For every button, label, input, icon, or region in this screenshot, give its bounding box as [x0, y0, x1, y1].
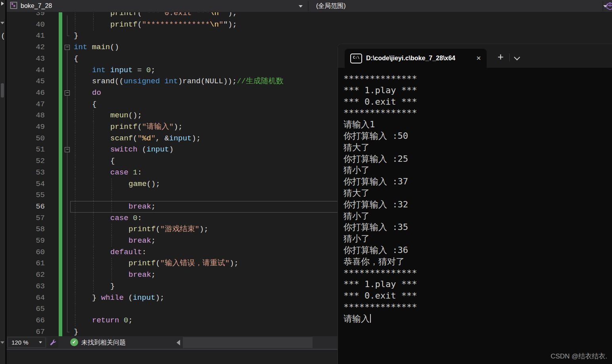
indent-guide	[75, 133, 75, 144]
code-text: break;	[129, 235, 155, 247]
terminal-line: **************	[343, 107, 612, 119]
terminal-line: *** 0.exit ***	[343, 290, 612, 302]
line-number: 66	[14, 315, 45, 326]
indent-guide	[93, 110, 94, 121]
line-number: 46	[14, 87, 45, 99]
indent-guide	[75, 65, 75, 76]
code-text: printf("*** 0.exit ***\n"");	[110, 12, 237, 19]
indent-guide	[111, 258, 112, 269]
left-panel-sliver: (	[0, 0, 5, 364]
code-text: scanf("%d", &input);	[110, 133, 201, 144]
code-text: case 1:	[110, 167, 142, 178]
line-number: 58	[14, 224, 45, 235]
code-text: }	[110, 281, 115, 292]
code-cleanup-button[interactable]	[47, 337, 58, 348]
terminal-line: 猜小了	[343, 211, 612, 222]
terminal-line: 猜大了	[343, 188, 612, 199]
code-text: return 0;	[92, 315, 133, 326]
line-number: 52	[14, 155, 45, 167]
indent-guide	[93, 247, 94, 258]
line-number: 60	[14, 247, 45, 258]
indent-guide	[93, 133, 94, 144]
sliver-scrollbar-thumb[interactable]	[1, 83, 4, 98]
code-text: do	[92, 87, 101, 99]
tab-dropdown-chevron-icon[interactable]	[514, 54, 520, 61]
navbar-divider	[602, 1, 603, 11]
terminal-line: 你打算输入 :32	[343, 199, 612, 211]
code-text: switch (input)	[110, 144, 174, 155]
indent-guide	[75, 224, 75, 235]
project-dropdown[interactable]: boke_7_28	[8, 0, 307, 12]
sliver-dropdown-caret-icon	[0, 22, 4, 24]
terminal-line: *** 1.play ***	[343, 85, 612, 96]
indent-guide	[75, 121, 75, 133]
member-cube-icon[interactable]	[605, 2, 612, 12]
project-dropdown-caret-icon	[299, 5, 303, 8]
indent-guide	[93, 190, 94, 201]
terminal-tab-bar: C:\ D:\code\jieyi.c\boke_7_28\x64 ✕ +	[338, 44, 612, 68]
code-text: int main()	[74, 42, 119, 53]
scope-dropdown[interactable]: (全局范围)	[311, 0, 611, 12]
line-number: 44	[14, 65, 45, 76]
line-number: 55	[14, 190, 45, 201]
line-number: 63	[14, 281, 45, 292]
hscrollbar-thumb[interactable]	[183, 337, 313, 348]
indent-guide	[93, 121, 94, 133]
indent-guide	[75, 19, 75, 31]
indent-guide	[93, 281, 94, 292]
terminal-line: **************	[343, 73, 612, 85]
indent-guide	[93, 178, 94, 190]
indent-guide	[75, 178, 75, 190]
code-text: srand((unsigned int)rand(NULL));//生成随机数	[92, 76, 284, 87]
sliver-code-fragment: (	[1, 32, 5, 40]
indent-guide	[75, 12, 75, 19]
indent-guide	[93, 19, 94, 31]
terminal-line: 猜小了	[343, 233, 612, 245]
new-tab-button[interactable]: +	[494, 50, 507, 64]
line-number: 48	[14, 110, 45, 121]
code-text: game();	[129, 178, 160, 190]
terminal-body[interactable]: ***************** 1.play ****** 0.exit *…	[338, 68, 612, 364]
terminal-line: 你打算输入 :50	[343, 130, 612, 142]
code-text: default:	[110, 247, 146, 258]
zoom-level: 120 %	[12, 339, 29, 346]
terminal-line: 请输入1	[343, 119, 612, 130]
line-number: 45	[14, 76, 45, 87]
indent-guide	[75, 213, 75, 224]
fold-collapse-icon[interactable]: −	[65, 147, 70, 152]
line-number: 54	[14, 178, 45, 190]
tabbar-separator	[509, 54, 510, 61]
terminal-output: ***************** 1.play ****** 0.exit *…	[343, 73, 612, 325]
terminal-tab[interactable]: C:\ D:\code\jieyi.c\boke_7_28\x64 ✕	[345, 49, 487, 68]
line-number: 42	[14, 42, 45, 53]
indent-guide	[93, 269, 94, 281]
zoom-control[interactable]: 120 %	[8, 337, 46, 348]
tab-close-icon[interactable]: ✕	[474, 54, 483, 63]
terminal-line: **************	[343, 302, 612, 313]
indent-guide	[75, 235, 75, 247]
fold-collapse-icon[interactable]: −	[65, 90, 70, 96]
code-text: }	[74, 30, 78, 42]
watermark-text: CSDN @结衣结衣.	[551, 352, 607, 361]
indent-guide	[111, 190, 112, 201]
line-number: 50	[14, 133, 45, 144]
sliver-bottom-caret-icon	[0, 341, 4, 344]
terminal-line: 恭喜你，猜对了	[343, 256, 612, 268]
indent-guide	[75, 144, 75, 155]
line-number: 43	[14, 53, 45, 65]
health-status-text[interactable]: 未找到相关问题	[81, 336, 126, 349]
hscrollbar-left-button[interactable]	[177, 340, 180, 345]
indent-guide	[111, 269, 112, 281]
code-line-39: 39printf("*** 0.exit ***\n"");	[7, 12, 612, 19]
line-number: 59	[14, 235, 45, 247]
indent-guide	[75, 76, 75, 87]
code-text: printf("**************\n"");	[110, 19, 237, 31]
fold-collapse-icon[interactable]: −	[65, 45, 70, 50]
zoom-caret-icon	[39, 341, 42, 343]
terminal-line: 猜大了	[343, 142, 612, 153]
indent-guide	[75, 315, 75, 326]
code-text: break;	[129, 269, 155, 281]
line-number: 40	[14, 19, 45, 31]
indent-guide	[75, 269, 75, 281]
indent-guide	[75, 303, 75, 315]
